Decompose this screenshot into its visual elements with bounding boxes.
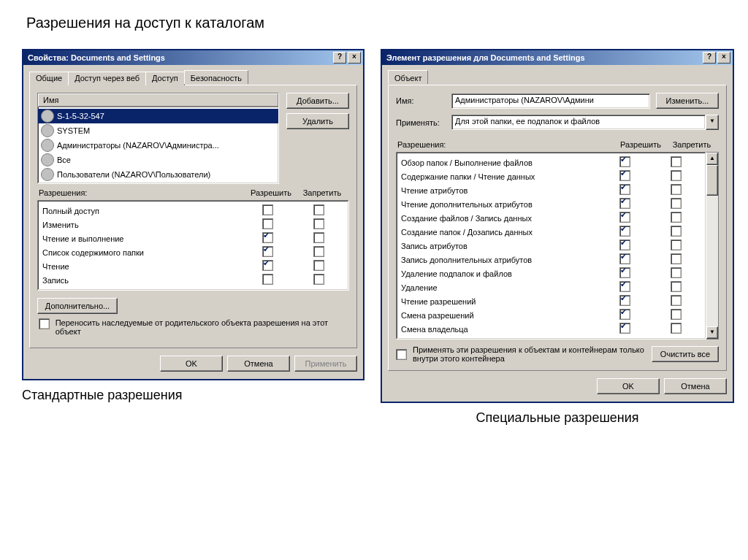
user-name: Пользователи (NAZAROV\Пользователи) <box>57 170 210 179</box>
deny-checkbox[interactable] <box>671 156 682 167</box>
allow-checkbox[interactable] <box>262 204 273 215</box>
allow-checkbox[interactable] <box>262 260 273 271</box>
scroll-down-icon[interactable]: ▼ <box>706 326 718 339</box>
apply-button[interactable]: Применить <box>294 356 357 372</box>
user-icon <box>41 139 54 152</box>
properties-window: Свойства: Documents and Settings ? × Общ… <box>22 49 365 380</box>
tab-0[interactable]: Общие <box>29 72 69 85</box>
allow-checkbox[interactable] <box>262 232 273 243</box>
permissions-label: Разрешения: <box>397 140 615 149</box>
user-name: SYSTEM <box>57 126 90 135</box>
permission-row: Обзор папок / Выполнение файлов <box>401 156 701 169</box>
deny-checkbox[interactable] <box>671 226 682 237</box>
deny-checkbox[interactable] <box>671 267 682 278</box>
deny-checkbox[interactable] <box>671 323 682 334</box>
list-item[interactable]: S-1-5-32-547 <box>38 109 278 123</box>
allow-checkbox[interactable] <box>619 295 630 306</box>
permission-row: Чтение разрешений <box>401 294 701 308</box>
deny-checkbox[interactable] <box>313 260 324 271</box>
deny-checkbox[interactable] <box>671 253 682 264</box>
list-item[interactable]: Администраторы (NAZAROV\Администра... <box>38 138 278 153</box>
tab-object[interactable]: Объект <box>388 70 428 84</box>
deny-checkbox[interactable] <box>671 212 682 223</box>
chevron-down-icon[interactable]: ▼ <box>706 115 719 130</box>
deny-checkbox[interactable] <box>671 198 682 209</box>
list-item[interactable]: Пользователи (NAZAROV\Пользователи) <box>38 167 278 182</box>
deny-checkbox[interactable] <box>313 246 324 257</box>
deny-checkbox[interactable] <box>671 281 682 292</box>
cancel-button[interactable]: Отмена <box>227 356 290 372</box>
deny-checkbox[interactable] <box>313 274 324 285</box>
deny-checkbox[interactable] <box>313 218 324 229</box>
apply-children-checkbox[interactable] <box>396 349 407 360</box>
tab-3[interactable]: Безопасность <box>184 70 248 84</box>
allow-checkbox[interactable] <box>619 239 630 250</box>
add-button[interactable]: Добавить... <box>286 93 349 109</box>
deny-checkbox[interactable] <box>671 309 682 320</box>
titlebar: Элемент разрешения для Documents and Set… <box>382 50 733 65</box>
inherit-checkbox[interactable] <box>39 318 50 329</box>
help-button[interactable]: ? <box>703 52 716 64</box>
permission-row: Запись атрибутов <box>401 239 701 253</box>
user-icon <box>41 124 54 137</box>
help-button[interactable]: ? <box>333 52 346 64</box>
permission-name: Запись дополнительных атрибутов <box>401 256 599 264</box>
left-caption: Стандартные разрешения <box>22 388 365 403</box>
permission-name: Полный доступ <box>42 207 242 215</box>
permission-name: Обзор папок / Выполнение файлов <box>401 158 599 167</box>
window-title: Элемент разрешения для Documents and Set… <box>384 53 701 62</box>
allow-checkbox[interactable] <box>619 323 630 334</box>
tab-1[interactable]: Доступ через веб <box>68 72 146 85</box>
advanced-button[interactable]: Дополнительно... <box>37 298 118 314</box>
allow-checkbox[interactable] <box>619 226 630 237</box>
allow-checkbox[interactable] <box>262 246 273 257</box>
ok-button[interactable]: OK <box>160 356 223 372</box>
scroll-track[interactable] <box>706 196 718 326</box>
allow-checkbox[interactable] <box>262 274 273 285</box>
ok-button[interactable]: OK <box>597 378 660 394</box>
allow-checkbox[interactable] <box>619 170 630 181</box>
allow-checkbox[interactable] <box>619 267 630 278</box>
permission-name: Изменить <box>42 220 242 229</box>
inherit-row: Переносить наследуемые от родительского … <box>37 314 349 340</box>
allow-checkbox[interactable] <box>619 198 630 209</box>
apply-to-value: Для этой папки, ее подпапок и файлов <box>451 115 706 130</box>
scrollbar[interactable]: ▲ ▼ <box>706 152 719 340</box>
deny-checkbox[interactable] <box>671 295 682 306</box>
deny-checkbox[interactable] <box>671 184 682 195</box>
change-button[interactable]: Изменить... <box>656 93 719 109</box>
allow-checkbox[interactable] <box>619 184 630 195</box>
user-list: Имя S-1-5-32-547SYSTEMАдминистраторы (NA… <box>37 93 279 184</box>
deny-checkbox[interactable] <box>313 204 324 215</box>
permission-name: Чтение и выполнение <box>42 234 242 243</box>
permission-row: Смена владельца <box>401 322 701 336</box>
allow-checkbox[interactable] <box>619 253 630 264</box>
remove-button[interactable]: Удалить <box>286 113 349 129</box>
list-item[interactable]: Все <box>38 153 278 167</box>
deny-checkbox[interactable] <box>671 170 682 181</box>
allow-checkbox[interactable] <box>619 281 630 292</box>
tab-2[interactable]: Доступ <box>145 72 185 85</box>
allow-checkbox[interactable] <box>619 156 630 167</box>
permission-name: Удаление <box>401 283 599 292</box>
cancel-button[interactable]: Отмена <box>664 378 727 394</box>
deny-checkbox[interactable] <box>313 232 324 243</box>
list-item[interactable]: SYSTEM <box>38 123 278 138</box>
scroll-up-icon[interactable]: ▲ <box>706 153 718 165</box>
user-icon <box>41 168 54 181</box>
permission-row: Чтение дополнительных атрибутов <box>401 197 701 211</box>
deny-checkbox[interactable] <box>671 239 682 250</box>
close-button[interactable]: × <box>348 52 361 64</box>
allow-checkbox[interactable] <box>619 212 630 223</box>
apply-to-select[interactable]: Для этой папки, ее подпапок и файлов ▼ <box>451 115 719 130</box>
permission-name: Чтение разрешений <box>401 297 599 306</box>
allow-checkbox[interactable] <box>262 218 273 229</box>
permission-name: Чтение <box>42 262 242 271</box>
allow-checkbox[interactable] <box>619 309 630 320</box>
clear-all-button[interactable]: Очистить все <box>652 346 719 362</box>
window-title: Свойства: Documents and Settings <box>26 53 332 62</box>
user-name: S-1-5-32-547 <box>57 112 104 120</box>
scroll-thumb[interactable] <box>706 165 718 196</box>
permission-row: Чтение атрибутов <box>401 183 701 197</box>
close-button[interactable]: × <box>717 52 730 64</box>
